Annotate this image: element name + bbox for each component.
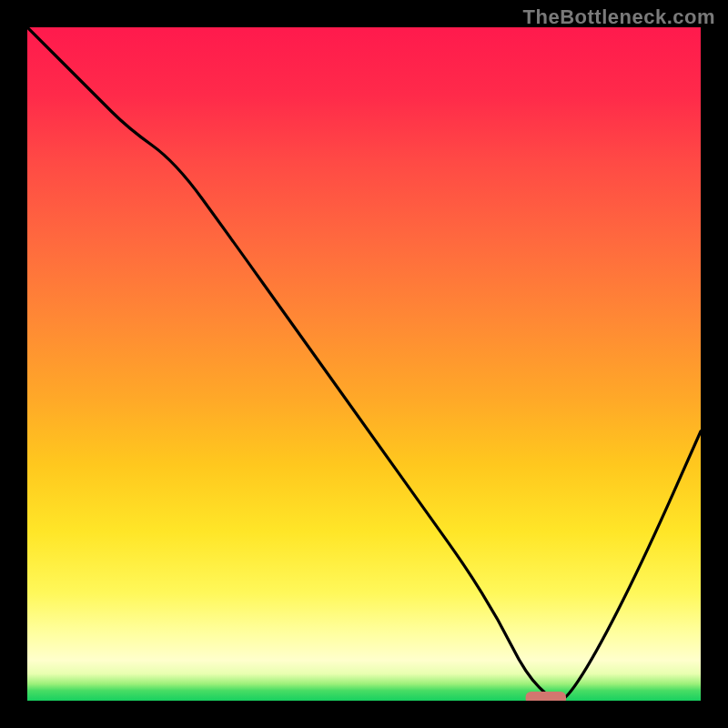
optimum-marker <box>526 692 566 701</box>
bottleneck-curve-path <box>27 27 701 701</box>
plot-area <box>27 27 701 701</box>
chart-container: TheBottleneck.com <box>0 0 728 728</box>
watermark-label: TheBottleneck.com <box>523 5 715 29</box>
chart-svg <box>27 27 701 701</box>
